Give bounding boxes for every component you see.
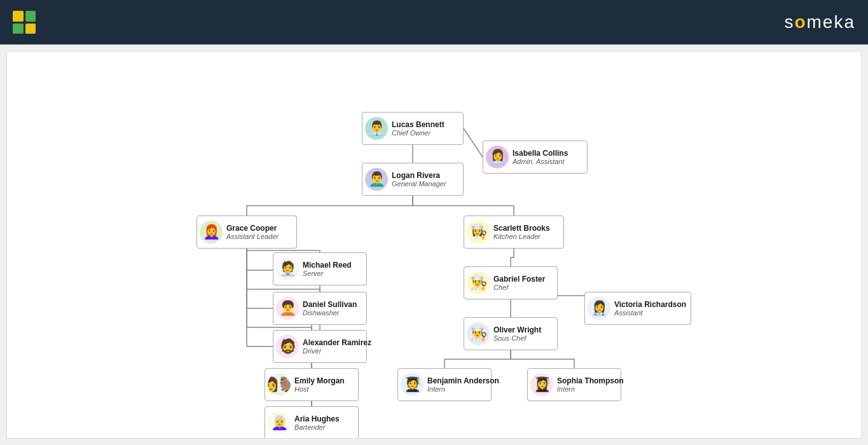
node-info-benjamin: Benjamin AndersonIntern: [427, 376, 499, 393]
node-name-daniel: Daniel Sullivan: [303, 300, 357, 309]
node-name-victoria: Victoria Richardson: [614, 300, 686, 309]
node-role-daniel: Dishwasher: [303, 309, 357, 317]
avatar-grace: 👩‍🦰: [200, 221, 223, 243]
node-info-michael: Michael ReedServer: [303, 261, 352, 277]
avatar-aria: 👩‍🦳: [268, 411, 291, 434]
node-role-michael: Server: [303, 270, 352, 277]
node-role-gabriel: Chef: [493, 284, 545, 291]
node-gabriel[interactable]: 👨‍🍳Gabriel FosterChef: [464, 266, 558, 299]
node-name-logan: Logan Rivera: [392, 171, 446, 180]
header-left: [13, 11, 46, 34]
node-alexander[interactable]: 🧔Alexander RamirezDriver: [273, 330, 367, 363]
node-info-logan: Logan RiveraGeneral Manager: [392, 171, 446, 188]
node-name-lucas: Lucas Bennett: [392, 120, 444, 129]
node-name-gabriel: Gabriel Foster: [493, 275, 545, 284]
node-role-emily: Host: [294, 385, 345, 393]
node-name-oliver: Oliver Wright: [493, 325, 541, 334]
avatar-gabriel: 👨‍🍳: [467, 271, 490, 294]
node-name-emily: Emily Morgan: [294, 376, 345, 385]
node-info-scarlett: Scarlett BrooksKitchen Leader: [493, 224, 550, 240]
node-info-emily: Emily MorganHost: [294, 376, 345, 393]
logo-block-2: [25, 11, 36, 22]
node-aria[interactable]: 👩‍🦳Aria HughesBartender: [265, 406, 359, 439]
avatar-daniel: 🧑‍🦱: [276, 297, 299, 320]
logo-block-4: [25, 24, 36, 34]
avatar-emily: 👩‍🦫: [268, 373, 291, 396]
node-info-oliver: Oliver WrightSous Chef: [493, 325, 541, 342]
avatar-alexander: 🧔: [276, 335, 299, 358]
node-scarlett[interactable]: 👩‍🍳Scarlett BrooksKitchen Leader: [464, 216, 564, 249]
node-oliver[interactable]: 👨‍🍳Oliver WrightSous Chef: [464, 317, 558, 350]
avatar-lucas: 👨‍💼: [365, 117, 388, 140]
node-info-grace: Grace CooperAssistant Leader: [226, 224, 279, 240]
node-info-daniel: Daniel SullivanDishwasher: [303, 300, 357, 317]
node-daniel[interactable]: 🧑‍🦱Daniel SullivanDishwasher: [273, 292, 367, 325]
node-name-isabella: Isabella Collins: [513, 149, 568, 158]
node-lucas[interactable]: 👨‍💼Lucas BennettChief Owner: [362, 112, 464, 145]
avatar-oliver: 👨‍🍳: [467, 322, 490, 345]
node-sophia[interactable]: 👩‍🎓Sophia ThompsonIntern: [527, 368, 621, 401]
node-benjamin[interactable]: 🧑‍🎓Benjamin AndersonIntern: [397, 368, 492, 401]
avatar-sophia: 👩‍🎓: [530, 373, 553, 396]
node-role-oliver: Sous Chef: [493, 334, 541, 342]
node-name-grace: Grace Cooper: [226, 224, 279, 233]
avatar-benjamin: 🧑‍🎓: [401, 373, 424, 396]
node-role-benjamin: Intern: [427, 385, 499, 393]
node-role-sophia: Intern: [557, 385, 624, 393]
node-grace[interactable]: 👩‍🦰Grace CooperAssistant Leader: [196, 216, 297, 249]
logo-icon: [13, 11, 36, 34]
node-info-victoria: Victoria RichardsonAssistant: [614, 300, 686, 317]
node-role-alexander: Driver: [303, 347, 371, 355]
node-role-grace: Assistant Leader: [226, 233, 279, 240]
avatar-victoria: 👩‍⚕️: [588, 297, 610, 320]
node-name-alexander: Alexander Ramirez: [303, 338, 371, 347]
node-name-michael: Michael Reed: [303, 261, 352, 270]
avatar-scarlett: 👩‍🍳: [467, 221, 490, 243]
node-isabella[interactable]: 👩‍💼Isabella CollinsAdmin. Assistant: [483, 140, 588, 174]
node-info-isabella: Isabella CollinsAdmin. Assistant: [513, 149, 568, 165]
node-victoria[interactable]: 👩‍⚕️Victoria RichardsonAssistant: [584, 292, 691, 325]
node-info-aria: Aria HughesBartender: [294, 414, 340, 431]
node-role-scarlett: Kitchen Leader: [493, 233, 550, 240]
logo-block-1: [13, 11, 24, 22]
node-name-sophia: Sophia Thompson: [557, 376, 624, 385]
node-info-alexander: Alexander RamirezDriver: [303, 338, 371, 355]
node-role-isabella: Admin. Assistant: [513, 158, 568, 165]
node-name-aria: Aria Hughes: [294, 414, 340, 423]
node-role-aria: Bartender: [294, 423, 340, 431]
node-role-logan: General Manager: [392, 180, 446, 188]
node-info-sophia: Sophia ThompsonIntern: [557, 376, 624, 393]
node-info-gabriel: Gabriel FosterChef: [493, 275, 545, 291]
node-michael[interactable]: 🧑‍💼Michael ReedServer: [273, 252, 367, 285]
avatar-logan: 👨‍🦱: [365, 168, 388, 191]
header: someka: [0, 0, 868, 44]
node-name-benjamin: Benjamin Anderson: [427, 376, 499, 385]
someka-logo: someka: [784, 12, 855, 32]
node-info-lucas: Lucas BennettChief Owner: [392, 120, 444, 137]
node-role-lucas: Chief Owner: [392, 129, 444, 137]
avatar-isabella: 👩‍💼: [486, 146, 509, 168]
node-name-scarlett: Scarlett Brooks: [493, 224, 550, 233]
logo-block-3: [13, 24, 24, 34]
node-emily[interactable]: 👩‍🦫Emily MorganHost: [265, 368, 359, 401]
avatar-michael: 🧑‍💼: [276, 257, 299, 280]
chart-area: 👨‍💼Lucas BennettChief Owner👩‍💼Isabella C…: [6, 51, 862, 439]
node-role-victoria: Assistant: [614, 309, 686, 317]
node-logan[interactable]: 👨‍🦱Logan RiveraGeneral Manager: [362, 163, 464, 196]
